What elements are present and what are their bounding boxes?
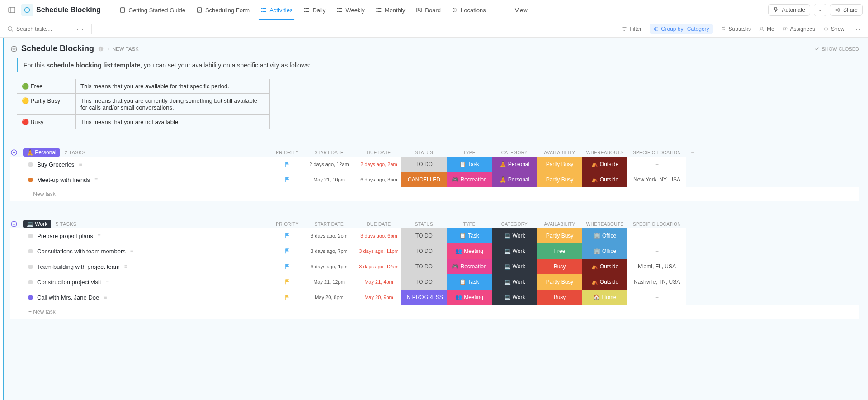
column-header[interactable]: AVAILABILITY [537,150,582,155]
task-row[interactable]: Construction project visit≡May 21, 12pmM… [10,274,859,290]
tab-scheduling-form[interactable]: Scheduling Form [191,0,255,20]
status-badge[interactable]: IN PROGRESS [401,290,447,305]
task-menu-icon[interactable]: ≡ [94,176,98,183]
search-more-icon[interactable]: ⋯ [76,24,84,34]
type-badge[interactable]: 🎮Recreation [447,259,492,274]
info-icon[interactable]: i [98,46,104,52]
task-menu-icon[interactable]: ≡ [106,279,109,285]
search-box[interactable] [7,26,71,32]
status-badge[interactable]: TO DO [401,259,447,274]
specific-location[interactable]: New York, NY, USA [627,172,686,187]
status-badge[interactable]: TO DO [401,243,447,259]
availability-badge[interactable]: Busy [537,290,582,305]
start-date[interactable]: May 20, 8pm [302,290,356,305]
sidebar-toggle-icon[interactable] [5,4,18,16]
category-badge[interactable]: 💻Work [492,243,537,259]
type-badge[interactable]: 🎮Recreation [447,172,492,187]
status-badge[interactable]: CANCELLED [401,172,447,187]
column-header[interactable]: SPECIFIC LOCATION [627,222,686,227]
status-dot[interactable] [28,280,33,284]
specific-location[interactable]: – [627,290,686,305]
availability-badge[interactable]: Free [537,243,582,259]
column-header[interactable]: STATUS [401,150,447,155]
automate-dropdown-icon[interactable] [814,4,826,16]
start-date[interactable]: May 21, 10pm [302,172,356,187]
status-dot[interactable] [28,234,33,238]
whereabouts-badge[interactable]: ⛺Outside [582,274,627,290]
task-row[interactable]: Prepare project plans≡3 days ago, 2pm3 d… [10,228,859,243]
task-name[interactable]: Buy Groceries [37,161,74,168]
start-date[interactable]: 3 days ago, 7pm [302,243,356,259]
task-menu-icon[interactable]: ≡ [104,294,107,300]
type-badge[interactable]: 📋Task [447,157,492,172]
tab-board[interactable]: Board [410,0,446,20]
column-header[interactable]: TYPE [447,150,492,155]
column-header[interactable]: DUE DATE [356,222,401,227]
me-button[interactable]: Me [759,26,774,32]
add-task-button[interactable]: + New task [10,187,859,201]
specific-location[interactable]: – [627,228,686,243]
due-date[interactable]: 3 days ago, 6pm [356,228,401,243]
due-date[interactable]: 3 days ago, 12am [356,259,401,274]
tab-getting-started-guide[interactable]: Getting Started Guide [114,0,191,20]
task-row[interactable]: Team-building with project team≡6 days a… [10,259,859,274]
column-header[interactable]: DUE DATE [356,150,401,155]
task-menu-icon[interactable]: ≡ [98,233,101,239]
category-badge[interactable]: 🧘Personal [492,157,537,172]
start-date[interactable]: 2 days ago, 12am [302,157,356,172]
task-row[interactable]: Meet-up with friends≡May 21, 10pm6 days … [10,172,859,187]
whereabouts-badge[interactable]: ⛺Outside [582,259,627,274]
task-name[interactable]: Team-building with project team [37,263,120,270]
due-date[interactable]: 6 days ago, 3am [356,172,401,187]
priority-flag-icon[interactable] [273,259,302,274]
whereabouts-badge[interactable]: ⛺Outside [582,172,627,187]
group-by-button[interactable]: Group by: Category [650,24,712,34]
column-header[interactable]: WHEREABOUTS [582,222,627,227]
specific-location[interactable]: – [627,243,686,259]
availability-badge[interactable]: Busy [537,259,582,274]
category-badge[interactable]: 💻Work [492,274,537,290]
column-header[interactable]: PRIORITY [273,150,302,155]
toolbar-more-icon[interactable]: ⋯ [853,24,861,34]
column-header[interactable]: STATUS [401,222,447,227]
tab-daily[interactable]: Daily [298,0,331,20]
column-header[interactable]: AVAILABILITY [537,222,582,227]
share-button[interactable]: Share [830,4,863,16]
specific-location[interactable]: – [627,157,686,172]
status-badge[interactable]: TO DO [401,274,447,290]
status-dot[interactable] [28,178,33,182]
column-header[interactable]: START DATE [302,222,356,227]
automate-button[interactable]: Automate [768,4,810,16]
availability-badge[interactable]: Partly Busy [537,274,582,290]
task-row[interactable]: Consultations with team members≡3 days a… [10,243,859,259]
collapse-group-icon[interactable] [10,220,23,228]
column-header[interactable]: SPECIFIC LOCATION [627,150,686,155]
task-menu-icon[interactable]: ≡ [130,248,133,254]
whereabouts-badge[interactable]: 🏠Home [582,290,627,305]
task-name[interactable]: Meet-up with friends [37,176,90,183]
status-dot[interactable] [28,249,33,253]
column-header[interactable]: CATEGORY [492,150,537,155]
column-header[interactable]: PRIORITY [273,222,302,227]
group-badge[interactable]: 💻 Work [23,220,51,228]
add-column-icon[interactable]: ＋ [686,148,699,157]
availability-badge[interactable]: Partly Busy [537,228,582,243]
new-task-button[interactable]: + NEW TASK [108,46,139,52]
type-badge[interactable]: 📋Task [447,228,492,243]
priority-flag-icon[interactable] [273,157,302,172]
category-badge[interactable]: 💻Work [492,259,537,274]
task-row[interactable]: Call with Mrs. Jane Doe≡May 20, 8pmMay 2… [10,290,859,305]
group-badge[interactable]: 🧘 Personal [23,148,60,157]
priority-flag-icon[interactable] [273,290,302,305]
subtasks-button[interactable]: Subtasks [721,26,751,32]
add-view-button[interactable]: ＋View [501,0,533,20]
task-name[interactable]: Consultations with team members [37,248,126,255]
task-name[interactable]: Construction project visit [37,279,101,286]
specific-location[interactable]: Nashville, TN, USA [627,274,686,290]
priority-flag-icon[interactable] [273,172,302,187]
column-header[interactable]: START DATE [302,150,356,155]
whereabouts-badge[interactable]: ⛺Outside [582,157,627,172]
show-closed-button[interactable]: SHOW CLOSED [814,46,859,52]
start-date[interactable]: 3 days ago, 2pm [302,228,356,243]
due-date[interactable]: 3 days ago, 11pm [356,243,401,259]
